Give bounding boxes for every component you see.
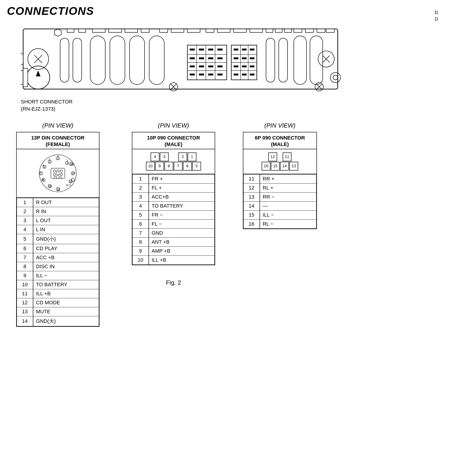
svg-point-124 [59, 176, 61, 179]
svg-rect-55 [208, 66, 213, 67]
pin-cell: 7 [174, 162, 183, 171]
connector-diagram-6p: 12 11 16 15 14 13 [243, 149, 316, 174]
svg-point-123 [54, 176, 57, 179]
svg-rect-57 [190, 74, 195, 75]
device-illustration [21, 24, 345, 96]
svg-rect-14 [266, 29, 273, 32]
pin-view-label-13p: (PIN VIEW) [42, 122, 73, 129]
pin-cell: 13 [289, 162, 298, 171]
table-row: 14— [244, 201, 316, 210]
connector-title-10p: 10P 090 CONNECTOR(MALE) [132, 132, 215, 149]
svg-rect-17 [294, 29, 302, 32]
pin-section-6p: (PIN VIEW) 6P 090 CONNECTOR(MALE) 12 11 … [243, 122, 317, 229]
pin-cell: 16 [262, 162, 270, 171]
svg-point-89 [330, 73, 340, 83]
svg-text:1: 1 [67, 161, 68, 165]
svg-rect-76 [234, 74, 238, 75]
pin-section-10p: (PIN VIEW) 10P 090 CONNECTOR(MALE) 4 3 2… [132, 122, 215, 286]
svg-marker-91 [54, 29, 61, 36]
svg-text:6: 6 [74, 171, 75, 174]
svg-rect-79 [266, 38, 275, 82]
svg-marker-25 [36, 71, 40, 76]
svg-rect-70 [234, 57, 238, 59]
svg-rect-18 [305, 29, 313, 32]
pin-table-10p: 1FR + 2FL + 3ACC+B 4TO BATTERY 5FR − 6FL… [132, 174, 215, 265]
svg-rect-29 [60, 38, 69, 82]
table-row: 13MUTE [17, 307, 99, 316]
svg-text:3: 3 [49, 158, 50, 161]
table-row: 8DISC IN [17, 262, 99, 271]
connector-box-10p: 10P 090 CONNECTOR(MALE) 4 3 2 1 10 9 [132, 132, 215, 265]
svg-rect-75 [250, 66, 254, 67]
pin-cell: 11 [283, 153, 292, 161]
connector-title-6p: 6P 090 CONNECTOR(MALE) [243, 132, 316, 149]
table-row: 4L IN [17, 225, 99, 234]
pin-view-label-6p: (PIN VIEW) [264, 122, 295, 129]
svg-rect-72 [250, 57, 254, 59]
pin-cell: 8 [165, 162, 173, 171]
pin-cell: 9 [155, 162, 164, 171]
svg-rect-58 [199, 74, 204, 75]
table-row: 8ANT +B [133, 237, 215, 247]
svg-rect-53 [190, 66, 195, 67]
svg-text:14: 14 [71, 163, 74, 166]
svg-text:2: 2 [57, 154, 59, 157]
pin-section-13p: (PIN VIEW) 13P DIN CONNECTOR(FEMALE) 1 2 [16, 122, 100, 327]
connector-box-13p: 13P DIN CONNECTOR(FEMALE) 1 2 [16, 132, 100, 327]
svg-point-117 [53, 170, 55, 172]
svg-rect-3 [93, 29, 105, 32]
pin-tables-row: (PIN VIEW) 13P DIN CONNECTOR(FEMALE) 1 2 [7, 122, 445, 327]
svg-text:7: 7 [39, 172, 40, 174]
svg-rect-34 [149, 36, 164, 84]
ten-p-pin-diagram: 4 3 2 1 10 9 8 7 6 5 [146, 153, 201, 171]
svg-rect-1 [67, 29, 74, 32]
svg-rect-50 [199, 57, 204, 59]
table-row: 14GND(大) [17, 316, 99, 326]
table-row: 11RR + [244, 174, 316, 183]
table-row: 15ILL − [244, 210, 316, 219]
svg-rect-30 [73, 38, 82, 82]
pin-cell: 6 [183, 162, 192, 171]
svg-rect-59 [208, 74, 213, 75]
table-row: 12RL + [244, 183, 316, 192]
svg-rect-49 [190, 57, 195, 59]
svg-rect-47 [208, 49, 213, 50]
svg-rect-54 [199, 66, 204, 67]
table-row: 3ACC+B [133, 192, 215, 201]
svg-rect-71 [242, 57, 246, 59]
connector-diagram-10p: 4 3 2 1 10 9 8 7 6 5 [132, 149, 215, 174]
pin-view-label-10p: (PIN VIEW) [158, 122, 189, 129]
svg-text:6: 6 [72, 172, 73, 175]
svg-text:3: 3 [49, 160, 50, 164]
svg-rect-32 [110, 36, 125, 84]
svg-rect-46 [199, 49, 204, 50]
pin-cell: 14 [280, 162, 289, 171]
pin-cell: 1 [188, 153, 196, 161]
table-row: 1FR + [133, 174, 215, 183]
svg-rect-31 [90, 36, 105, 84]
pin-cell: 2 [178, 153, 187, 161]
page-title: CONNECTIONS [7, 5, 445, 17]
fig-label: Fig. 2 [166, 279, 181, 286]
svg-text:8: 8 [42, 178, 43, 181]
svg-rect-67 [234, 49, 238, 50]
svg-rect-48 [217, 49, 223, 50]
svg-rect-16 [285, 29, 292, 32]
pin-cell: 5 [192, 162, 201, 171]
table-row: 16RL − [244, 219, 316, 228]
table-row: 10TO BATTERY [17, 280, 99, 289]
svg-rect-33 [130, 36, 145, 84]
svg-rect-60 [217, 74, 223, 75]
svg-rect-0 [23, 29, 338, 89]
svg-rect-19 [317, 29, 325, 32]
pin-cell: 4 [151, 153, 159, 161]
pin-table-6p: 11RR + 12RL + 13RR − 14— 15ILL − 16RL − [243, 174, 316, 229]
svg-rect-68 [242, 49, 246, 50]
table-row: 6FL − [133, 219, 215, 228]
pin-cell [278, 153, 282, 161]
connector-box-6p: 6P 090 CONNECTOR(MALE) 12 11 16 15 14 13 [243, 132, 317, 229]
table-row: 1R OUT [17, 198, 99, 207]
svg-rect-77 [242, 74, 246, 75]
svg-rect-73 [234, 66, 238, 67]
svg-rect-6 [141, 29, 149, 32]
